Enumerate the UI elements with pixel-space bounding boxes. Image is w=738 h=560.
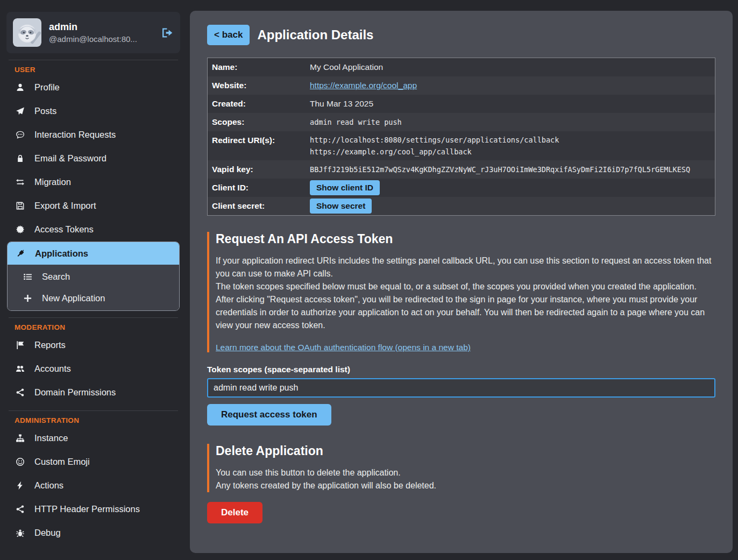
section-header-moderation: MODERATION: [15, 323, 180, 331]
table-row-label: Client secret:: [212, 201, 310, 211]
applications-group: ApplicationsSearchNew Application: [7, 242, 180, 311]
table-row-label: Redirect URI(s):: [212, 134, 310, 145]
sidebar-divider: [9, 60, 178, 60]
table-row-value: BBJffJ219b5iE512m7wQSzv4KgKDhgZZVzNyWC_r…: [310, 165, 690, 174]
table-row-client-id: Client ID:Show client ID: [208, 179, 715, 197]
table-row-value: https://example.org/cool_app: [310, 81, 417, 90]
request-token-paragraph: If your application redirect URIs includ…: [216, 254, 715, 280]
sidebar-item-label: Interaction Requests: [34, 129, 116, 140]
sidebar-item-posts[interactable]: Posts: [6, 99, 180, 123]
certificate-icon: [15, 225, 25, 234]
table-row-label: Client ID:: [212, 183, 310, 193]
sidebar-item-label: Domain Permissions: [34, 386, 116, 398]
sidebar-item-domain-permissions[interactable]: Domain Permissions: [6, 380, 180, 404]
sidebar-item-label: Accounts: [34, 363, 71, 374]
request-token-paragraph: After clicking "Request access token", y…: [216, 293, 715, 332]
sidebar-item-accounts[interactable]: Accounts: [6, 357, 180, 380]
table-row-value: http://localhost:8080/settings/user/appl…: [310, 134, 559, 158]
plus-icon: [22, 294, 33, 303]
comment-dots-icon: [15, 130, 25, 139]
sidebar-item-migration[interactable]: Migration: [6, 170, 180, 194]
lock-icon: [15, 154, 25, 163]
table-row-redirect-uri-s: Redirect URI(s):http://localhost:8080/se…: [208, 131, 715, 160]
show-client-id-button[interactable]: Show client ID: [310, 180, 380, 195]
share-nodes-icon: [15, 388, 25, 397]
page-title: Application Details: [257, 27, 373, 42]
settings-app: admin @admin@localhost:80... USERProfile…: [0, 0, 738, 560]
sidebar-item-new-application[interactable]: New Application: [8, 287, 179, 309]
sidebar: admin @admin@localhost:80... USERProfile…: [0, 0, 190, 560]
main-panel: < back Application Details Name:My Cool …: [190, 11, 733, 553]
token-scopes-label: Token scopes (space-separated list): [207, 365, 715, 374]
sidebar-item-instance[interactable]: Instance: [6, 426, 180, 450]
table-row-label: Created:: [212, 99, 310, 109]
sidebar-item-label: Instance: [34, 432, 68, 444]
sidebar-item-access-tokens[interactable]: Access Tokens: [6, 217, 180, 241]
table-row-label: Vapid key:: [212, 165, 310, 174]
delete-application-section: Delete Application You can use this butt…: [207, 444, 715, 523]
sidebar-item-label: Profile: [34, 81, 60, 93]
sidebar-item-interaction-requests[interactable]: Interaction Requests: [6, 123, 180, 146]
delete-application-intro: Delete Application You can use this butt…: [207, 444, 715, 492]
website-link[interactable]: https://example.org/cool_app: [310, 81, 417, 90]
sidebar-item-custom-emoji[interactable]: Custom Emoji: [6, 450, 180, 473]
application-details-table: Name:My Cool ApplicationWebsite:https://…: [207, 58, 715, 216]
table-row-label: Scopes:: [212, 117, 310, 127]
sidebar-item-debug[interactable]: Debug: [6, 521, 180, 544]
sidebar-item-label: Actions: [34, 479, 63, 491]
sidebar-item-label: Debug: [34, 527, 61, 538]
table-row-label: Name:: [212, 62, 310, 72]
sidebar-divider: [9, 317, 178, 318]
sidebar-item-http-header-permissions[interactable]: HTTP Header Permissions: [6, 497, 180, 521]
table-row-label: Website:: [212, 81, 310, 90]
sidebar-item-profile[interactable]: Profile: [6, 75, 180, 99]
sidebar-item-reports[interactable]: Reports: [6, 333, 180, 357]
sidebar-item-applications[interactable]: Applications: [8, 242, 179, 265]
user-icon: [15, 83, 25, 92]
sidebar-item-label: Search: [42, 271, 70, 282]
table-row-vapid-key: Vapid key:BBJffJ219b5iE512m7wQSzv4KgKDhg…: [208, 160, 715, 179]
face-smile-icon: [15, 457, 25, 466]
table-row-value: admin read write push: [310, 118, 402, 126]
sidebar-item-label: Custom Emoji: [34, 456, 90, 467]
delete-button[interactable]: Delete: [207, 502, 262, 523]
back-button[interactable]: < back: [207, 25, 250, 45]
delete-application-line: Any tokens created by the application wi…: [216, 479, 715, 492]
arrows-left-right-icon: [15, 178, 25, 187]
sidebar-divider: [9, 410, 178, 411]
table-row-value: My Cool Application: [310, 62, 383, 72]
avatar: [13, 18, 41, 47]
sign-out-icon[interactable]: [161, 26, 174, 39]
request-token-section: Request An API Access Token If your appl…: [207, 232, 715, 426]
floppy-disk-icon: [15, 201, 25, 210]
sidebar-item-label: Export & Import: [34, 200, 96, 211]
oauth-docs-link[interactable]: Learn more about the OAuth authenticatio…: [216, 343, 471, 352]
sidebar-item-label: New Application: [42, 292, 105, 304]
user-meta: admin @admin@localhost:80...: [49, 20, 137, 45]
request-token-intro: Request An API Access Token If your appl…: [207, 232, 715, 352]
redirect-uri-value: https://example.org/cool_app/callback: [310, 146, 559, 158]
delete-application-title: Delete Application: [216, 444, 715, 458]
request-access-token-button[interactable]: Request access token: [207, 404, 331, 426]
table-row-scopes: Scopes:admin read write push: [208, 113, 715, 131]
sidebar-item-email-password[interactable]: Email & Password: [6, 146, 180, 170]
sidebar-item-export-import[interactable]: Export & Import: [6, 194, 180, 217]
bug-icon: [15, 528, 25, 537]
show-secret-button[interactable]: Show secret: [310, 199, 372, 214]
table-row-created: Created:Thu Mar 13 2025: [208, 95, 715, 113]
users-icon: [15, 364, 25, 373]
table-row-value: Thu Mar 13 2025: [310, 99, 373, 108]
user-handle: @admin@localhost:80...: [49, 33, 137, 45]
sidebar-item-label: HTTP Header Permissions: [34, 503, 140, 515]
sidebar-item-actions[interactable]: Actions: [6, 473, 180, 497]
token-scopes-input[interactable]: [207, 378, 715, 398]
sidebar-nav: USERProfilePostsInteraction RequestsEmai…: [6, 60, 180, 544]
table-row-value: Show secret: [310, 199, 372, 214]
user-card[interactable]: admin @admin@localhost:80...: [6, 12, 180, 53]
applications-submenu: SearchNew Application: [8, 265, 179, 310]
sitemap-icon: [15, 434, 25, 443]
sidebar-item-label: Applications: [35, 247, 88, 259]
sidebar-item-label: Reports: [34, 339, 66, 351]
delete-application-line: You can use this button to delete the ap…: [216, 466, 715, 479]
sidebar-item-search[interactable]: Search: [8, 266, 179, 287]
